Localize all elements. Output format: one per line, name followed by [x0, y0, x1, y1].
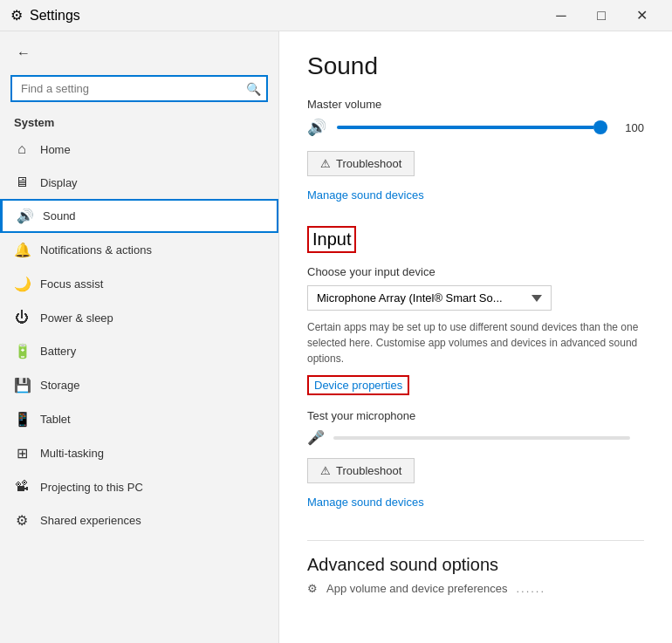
sidebar-item-label: Battery	[40, 345, 76, 358]
warning-icon: ⚠	[320, 157, 331, 170]
sidebar-item-label: Sound	[43, 209, 76, 222]
title-bar-left: ⚙ Settings	[10, 7, 80, 24]
sidebar-item-display[interactable]: 🖥 Display	[0, 166, 278, 199]
divider	[307, 540, 644, 541]
maximize-button[interactable]: □	[581, 2, 621, 30]
master-volume-label: Master volume	[307, 98, 644, 111]
mic-level-bar	[333, 436, 630, 440]
sidebar-item-battery[interactable]: 🔋 Battery	[0, 334, 278, 368]
focus-icon: 🌙	[14, 276, 30, 292]
shared-icon: ⚙	[14, 512, 30, 529]
battery-icon: 🔋	[14, 343, 30, 359]
content-area: Sound Master volume 🔊 100 ⚠ Troubleshoot…	[279, 31, 672, 643]
volume-value: 100	[618, 121, 644, 134]
mic-test-row: 🎤	[307, 429, 644, 446]
troubleshoot-label-2: Troubleshoot	[336, 464, 401, 477]
sidebar-item-sound[interactable]: 🔊 Sound	[0, 199, 278, 233]
choose-input-device-label: Choose your input device	[307, 265, 644, 278]
sidebar-item-label: Power & sleep	[40, 311, 113, 325]
sidebar-item-notifications[interactable]: 🔔 Notifications & actions	[0, 233, 278, 267]
sidebar-item-label: Storage	[40, 379, 80, 392]
input-device-dropdown[interactable]: Microphone Array (Intel® Smart So...	[307, 285, 552, 311]
sidebar-item-focus[interactable]: 🌙 Focus assist	[0, 267, 278, 301]
back-button[interactable]: ←	[10, 40, 37, 66]
home-icon: ⌂	[14, 141, 30, 157]
advanced-row: ⚙ App volume and device preferences ....…	[307, 582, 644, 595]
volume-slider[interactable]	[337, 126, 607, 129]
sidebar-item-power[interactable]: ⏻ Power & sleep	[0, 301, 278, 334]
sidebar-item-label: Notifications & actions	[40, 243, 152, 257]
sidebar-item-storage[interactable]: 💾 Storage	[0, 368, 278, 402]
search-input[interactable]	[10, 75, 268, 102]
notifications-icon: 🔔	[14, 242, 30, 258]
warning-icon-2: ⚠	[320, 464, 331, 477]
dots-decoration: ......	[516, 582, 545, 595]
title-bar-title: Settings	[30, 8, 80, 24]
title-bar-controls: ─ □ ✕	[541, 2, 662, 30]
sidebar: ← 🔍 System ⌂ Home 🖥 Display 🔊 Sound 🔔 No…	[0, 31, 279, 643]
title-bar: ⚙ Settings ─ □ ✕	[0, 0, 672, 31]
sidebar-item-label: Multi-tasking	[40, 447, 104, 460]
settings-icon: ⚙	[10, 7, 23, 24]
sidebar-item-label: Focus assist	[40, 277, 103, 291]
advanced-settings-icon: ⚙	[307, 582, 318, 595]
power-icon: ⏻	[14, 310, 30, 325]
mic-icon: 🎤	[307, 429, 325, 446]
sidebar-item-projecting[interactable]: 📽 Projecting to this PC	[0, 470, 278, 503]
sidebar-item-label: Display	[40, 176, 78, 189]
volume-icon: 🔊	[307, 118, 326, 137]
test-mic-label: Test your microphone	[307, 409, 644, 422]
sidebar-item-home[interactable]: ⌂ Home	[0, 133, 278, 166]
input-section-title: Input	[312, 229, 351, 250]
troubleshoot-button-input[interactable]: ⚠ Troubleshoot	[307, 458, 415, 483]
sidebar-item-label: Shared experiences	[40, 514, 141, 527]
tablet-icon: 📱	[14, 411, 30, 428]
sidebar-item-tablet[interactable]: 📱 Tablet	[0, 402, 278, 436]
sidebar-item-label: Home	[40, 143, 71, 156]
sidebar-item-label: Projecting to this PC	[40, 481, 143, 494]
sidebar-item-label: Tablet	[40, 413, 71, 426]
sidebar-section-label: System	[0, 109, 278, 133]
main-layout: ← 🔍 System ⌂ Home 🖥 Display 🔊 Sound 🔔 No…	[0, 31, 672, 643]
troubleshoot-label: Troubleshoot	[336, 157, 401, 170]
multitasking-icon: ⊞	[14, 445, 30, 462]
input-info-text: Certain apps may be set up to use differ…	[307, 319, 639, 366]
sidebar-search[interactable]: 🔍	[10, 75, 268, 102]
minimize-button[interactable]: ─	[541, 2, 581, 30]
search-icon: 🔍	[246, 82, 261, 96]
sidebar-nav-top: ←	[0, 31, 278, 75]
sound-icon: 🔊	[17, 208, 32, 224]
close-button[interactable]: ✕	[621, 2, 662, 30]
page-title: Sound	[307, 52, 644, 80]
device-properties-link[interactable]: Device properties	[307, 375, 409, 395]
manage-sound-devices-link-2[interactable]: Manage sound devices	[307, 496, 424, 509]
troubleshoot-button-output[interactable]: ⚠ Troubleshoot	[307, 151, 415, 176]
storage-icon: 💾	[14, 377, 30, 393]
manage-sound-devices-link-1[interactable]: Manage sound devices	[307, 188, 424, 202]
advanced-sound-title: Advanced sound options	[307, 555, 644, 575]
sidebar-item-multitasking[interactable]: ⊞ Multi-tasking	[0, 436, 278, 470]
display-icon: 🖥	[14, 174, 30, 190]
volume-row: 🔊 100	[307, 118, 644, 137]
sidebar-item-shared[interactable]: ⚙ Shared experiences	[0, 503, 278, 537]
advanced-subtext: App volume and device preferences	[326, 582, 507, 595]
projecting-icon: 📽	[14, 479, 30, 495]
